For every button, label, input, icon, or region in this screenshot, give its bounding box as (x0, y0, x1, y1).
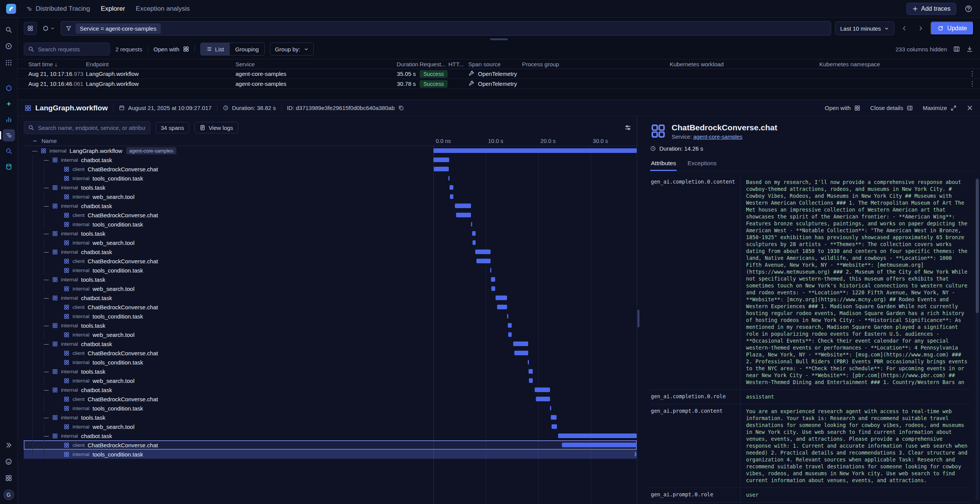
span-row[interactable]: clientChatBedrockConverse.chat (24, 302, 637, 312)
span-row[interactable]: —internalchatbot.task (24, 431, 637, 440)
table-row[interactable]: Aug 21, 10:16:46.061LangGraph.workflowag… (18, 79, 980, 89)
collapse-toggle[interactable]: — (44, 433, 52, 438)
collapse-toggle[interactable]: — (44, 415, 52, 420)
column-header[interactable]: Duration (397, 61, 420, 67)
collapse-toggle[interactable]: — (44, 277, 52, 282)
open-with-button[interactable]: Open with (153, 46, 189, 53)
requests-search[interactable] (24, 43, 110, 56)
collapse-toggle[interactable]: — (44, 204, 52, 208)
collapse-toggle[interactable]: — (32, 148, 41, 153)
search-icon[interactable] (2, 23, 15, 36)
nav-distributed-tracing[interactable]: Distributed Tracing (26, 5, 90, 13)
attribute-value[interactable]: assistant (740, 390, 970, 404)
span-row[interactable]: —internaltools.task (24, 413, 637, 422)
collapse-toggle[interactable]: — (44, 231, 52, 236)
update-button[interactable]: Update (931, 21, 974, 35)
automation-icon[interactable] (2, 39, 15, 53)
nav-exception-analysis[interactable]: Exception analysis (136, 5, 190, 13)
attribute-value[interactable]: Based on my research, I'll now provide a… (740, 175, 970, 389)
scrollbar-thumb[interactable] (976, 179, 979, 313)
app-tile-metrics[interactable] (3, 113, 15, 126)
span-row[interactable]: internalweb_search.tool (24, 376, 637, 385)
attribute-value[interactable]: user (740, 488, 970, 502)
column-header[interactable]: HTT... (448, 61, 468, 67)
time-range-button[interactable]: Last 10 minutes (835, 21, 895, 35)
time-back-button[interactable] (898, 22, 911, 34)
copy-icon[interactable] (398, 105, 404, 111)
tab-attributes[interactable]: Attributes (650, 156, 677, 171)
column-header[interactable]: Start time ↓ (28, 61, 86, 67)
feedback-icon[interactable] (2, 455, 15, 468)
span-row[interactable]: —internaltools.task (24, 321, 637, 330)
column-header[interactable]: Kubernetes namespace (819, 61, 965, 67)
collapse-toggle[interactable]: — (44, 250, 52, 254)
span-row[interactable]: —internalchatbot.task (24, 155, 637, 164)
column-header[interactable]: Service (236, 61, 397, 67)
span-row[interactable]: —internalchatbot.task (24, 293, 637, 302)
app-tile-green[interactable] (3, 98, 15, 110)
span-row[interactable]: internaltools_condition.task (24, 404, 637, 413)
app-tile-query[interactable] (3, 145, 15, 157)
span-row[interactable]: clientChatBedrockConverse.chat (24, 348, 637, 358)
column-header[interactable]: Span source (468, 61, 522, 67)
open-with-button[interactable]: Open with (825, 105, 860, 111)
add-traces-button[interactable]: Add traces (906, 3, 956, 15)
column-header[interactable]: Process group (522, 61, 670, 67)
grouping-view-button[interactable]: Grouping (230, 43, 265, 56)
column-header[interactable]: Kubernetes workload (670, 61, 819, 67)
span-row[interactable]: internalweb_search.tool (24, 330, 637, 339)
span-row[interactable]: internalweb_search.tool (24, 422, 637, 431)
span-row[interactable]: —internalchatbot.task (24, 385, 637, 394)
time-forward-button[interactable] (914, 22, 927, 34)
scope-picker-button[interactable] (41, 22, 57, 35)
attribute-value[interactable]: You are an experienced research agent wi… (740, 404, 970, 488)
row-menu-icon[interactable]: ⋮ (965, 80, 980, 88)
collapse-toggle[interactable]: — (44, 185, 52, 190)
collapse-toggle[interactable]: — (44, 341, 52, 346)
span-row[interactable]: —internaltools.task (24, 183, 637, 192)
span-row[interactable]: —internaltools.task (24, 275, 637, 284)
launcher-icon[interactable] (2, 471, 15, 484)
app-tile-storage[interactable] (3, 161, 15, 173)
span-row[interactable]: internalweb_search.tool (24, 238, 637, 247)
span-row[interactable]: clientChatBedrockConverse.chat (24, 440, 637, 450)
tab-exceptions[interactable]: Exceptions (687, 156, 717, 171)
view-logs-button[interactable]: View logs (194, 122, 238, 133)
close-details-button[interactable]: Close details (870, 105, 913, 111)
expand-icon[interactable] (2, 438, 15, 451)
download-icon[interactable] (966, 46, 973, 53)
apps-icon[interactable] (2, 56, 15, 69)
span-row[interactable]: clientChatBedrockConverse.chat (24, 164, 637, 174)
span-row[interactable]: clientChatBedrockConverse.chat (24, 256, 637, 266)
segment-picker-button[interactable] (24, 22, 37, 35)
collapse-toggle[interactable]: — (44, 296, 52, 300)
filter-input[interactable]: Service = agent-core-samples (61, 21, 831, 36)
row-menu-icon[interactable]: ⋮ (965, 70, 980, 78)
span-row[interactable]: —internalchatbot.task (24, 247, 637, 256)
collapse-all-icon[interactable] (32, 138, 38, 144)
requests-search-input[interactable] (37, 46, 106, 53)
columns-icon[interactable] (953, 46, 960, 53)
span-row[interactable]: —internaltools.task (24, 229, 637, 238)
span-row[interactable]: internaltools_condition.task (24, 174, 637, 183)
span-row[interactable]: clientChatBedrockConverse.chat (24, 394, 637, 404)
app-tile-hex[interactable] (3, 82, 15, 94)
table-row[interactable]: Aug 21, 10:17:16.973LangGraph.workflowag… (18, 69, 980, 79)
vertical-resize-handle[interactable] (637, 116, 640, 504)
collapse-toggle[interactable]: — (44, 369, 52, 374)
span-row[interactable]: clientChatBedrockConverse.chat (24, 210, 637, 220)
maximize-button[interactable]: Maximize (923, 105, 957, 111)
attribute-value[interactable]: [{"type": "text", "text": "I'll research… (740, 502, 970, 504)
horizontal-resize-handle[interactable] (490, 38, 508, 40)
span-row[interactable]: —internalchatbot.task (24, 339, 637, 348)
column-header[interactable]: Request... (420, 61, 448, 67)
collapse-toggle[interactable]: — (44, 323, 52, 328)
column-header[interactable]: Endpoint (86, 61, 236, 67)
span-row[interactable]: internaltools_condition.task (24, 220, 637, 229)
service-link[interactable]: agent-core-samples (693, 134, 742, 140)
nav-explorer[interactable]: Explorer (101, 5, 125, 13)
dynatrace-logo[interactable] (6, 4, 16, 14)
user-avatar[interactable]: G (3, 489, 14, 500)
span-row[interactable]: —internaltools.task (24, 367, 637, 376)
span-row[interactable]: —internalchatbot.task (24, 201, 637, 210)
